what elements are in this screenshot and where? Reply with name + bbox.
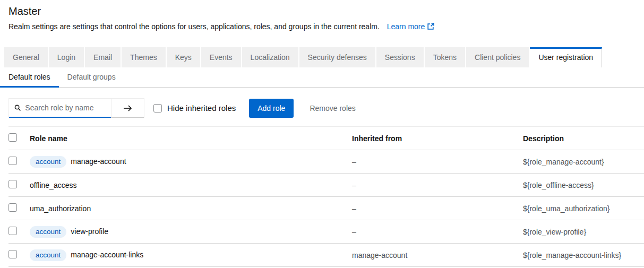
- tab-security-defenses[interactable]: Security defenses: [299, 47, 376, 67]
- row-checkbox[interactable]: [8, 227, 17, 235]
- inherited-from: manage-account: [352, 244, 523, 267]
- roles-toolbar: Hide inherited roles Add role Remove rol…: [0, 88, 644, 126]
- role-name: view-profile: [71, 227, 108, 236]
- search-input[interactable]: [25, 103, 106, 112]
- row-checkbox[interactable]: [8, 250, 17, 258]
- tab-localization[interactable]: Localization: [242, 47, 299, 67]
- tab-tokens[interactable]: Tokens: [425, 47, 466, 67]
- subtab-default-groups[interactable]: Default groups: [59, 67, 124, 88]
- realm-settings-page: Master Realm settings are settings that …: [0, 0, 644, 267]
- select-all-checkbox[interactable]: [8, 133, 17, 142]
- inherited-from: –: [352, 197, 523, 220]
- tab-keys[interactable]: Keys: [167, 47, 201, 67]
- search-submit-button[interactable]: [111, 99, 144, 118]
- inherited-from: –: [352, 174, 523, 197]
- row-checkbox[interactable]: [8, 157, 17, 165]
- inherited-from: –: [352, 220, 523, 244]
- external-link-icon: [427, 23, 434, 30]
- page-title: Master: [8, 4, 636, 18]
- inherited-from: –: [352, 150, 523, 174]
- add-role-button[interactable]: Add role: [249, 99, 294, 118]
- role-name: manage-account-links: [71, 250, 143, 259]
- column-header-role-name: Role name: [30, 127, 352, 150]
- row-checkbox[interactable]: [8, 180, 17, 188]
- user-registration-subtabs: Default rolesDefault groups: [0, 67, 644, 88]
- client-scope-chip: account: [30, 226, 66, 238]
- table-header-row: Role name Inherited from Description: [8, 127, 644, 150]
- learn-more-link[interactable]: Learn more: [387, 22, 435, 31]
- hide-inherited-label: Hide inherited roles: [167, 103, 236, 113]
- row-checkbox[interactable]: [8, 203, 17, 212]
- search-icon: [14, 104, 21, 111]
- tab-sessions[interactable]: Sessions: [376, 47, 425, 67]
- tab-email[interactable]: Email: [85, 47, 122, 67]
- column-header-inherited-from: Inherited from: [352, 127, 523, 150]
- column-header-description: Description: [523, 127, 644, 150]
- arrow-right-icon: [123, 105, 132, 112]
- role-description: ${role_manage-account-links}: [523, 244, 644, 267]
- hide-inherited-checkbox[interactable]: [153, 104, 162, 113]
- table-row: accountmanage-account-links manage-accou…: [8, 244, 644, 267]
- role-description: ${role_view-profile}: [523, 220, 644, 244]
- learn-more-label: Learn more: [387, 22, 425, 31]
- remove-roles-button[interactable]: Remove roles: [305, 104, 359, 113]
- search-box: [9, 99, 111, 118]
- tab-themes[interactable]: Themes: [122, 47, 167, 67]
- page-description-text: Realm settings are settings that control…: [8, 22, 380, 31]
- role-description: ${role_manage-account}: [523, 150, 644, 174]
- tab-login[interactable]: Login: [49, 47, 85, 67]
- table-row: uma_authorization – ${role_uma_authoriza…: [8, 197, 644, 220]
- role-name: offline_access: [30, 181, 76, 189]
- default-roles-table: Role name Inherited from Description acc…: [8, 126, 644, 267]
- role-name: uma_authorization: [30, 204, 91, 213]
- tab-client-policies[interactable]: Client policies: [466, 47, 530, 67]
- table-row: offline_access – ${role_offline-access}: [8, 174, 644, 197]
- page-description: Realm settings are settings that control…: [8, 22, 636, 31]
- tab-general[interactable]: General: [4, 47, 49, 67]
- client-scope-chip: account: [30, 249, 66, 261]
- page-header: Master Realm settings are settings that …: [0, 0, 644, 31]
- role-description: ${role_uma_authorization}: [523, 197, 644, 220]
- search-group: [8, 98, 144, 118]
- client-scope-chip: account: [30, 156, 66, 168]
- realm-settings-tabs: GeneralLoginEmailThemesKeysEventsLocaliz…: [0, 47, 644, 67]
- tab-user-registration[interactable]: User registration: [530, 47, 602, 67]
- subtab-default-roles[interactable]: Default roles: [0, 67, 59, 88]
- table-row: accountmanage-account – ${role_manage-ac…: [8, 150, 644, 174]
- role-name: manage-account: [71, 157, 126, 166]
- hide-inherited-roles-toggle[interactable]: Hide inherited roles: [153, 103, 236, 113]
- role-description: ${role_offline-access}: [523, 174, 644, 197]
- tab-events[interactable]: Events: [201, 47, 242, 67]
- table-row: accountview-profile – ${role_view-profil…: [8, 220, 644, 244]
